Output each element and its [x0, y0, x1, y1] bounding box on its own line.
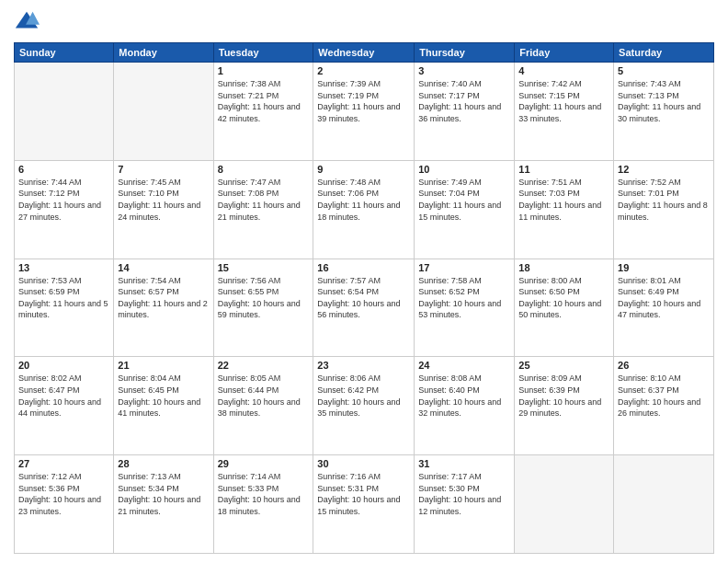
- calendar-cell: 24Sunrise: 8:08 AMSunset: 6:40 PMDayligh…: [415, 357, 515, 455]
- weekday-header-sunday: Sunday: [15, 43, 114, 63]
- calendar-cell: 19Sunrise: 8:01 AMSunset: 6:49 PMDayligh…: [614, 259, 714, 357]
- day-info: Sunrise: 8:04 AMSunset: 6:45 PMDaylight:…: [118, 373, 209, 419]
- calendar-cell: 9Sunrise: 7:48 AMSunset: 7:06 PMDaylight…: [313, 160, 415, 259]
- day-info: Sunrise: 7:12 AMSunset: 5:36 PMDaylight:…: [18, 471, 109, 517]
- day-number: 26: [618, 360, 710, 371]
- day-number: 14: [118, 262, 209, 273]
- calendar-cell: 13Sunrise: 7:53 AMSunset: 6:59 PMDayligh…: [15, 259, 114, 357]
- day-info: Sunrise: 7:16 AMSunset: 5:31 PMDaylight:…: [317, 471, 410, 517]
- day-info: Sunrise: 8:08 AMSunset: 6:40 PMDaylight:…: [418, 373, 510, 419]
- weekday-header-monday: Monday: [114, 43, 213, 63]
- calendar-cell: 30Sunrise: 7:16 AMSunset: 5:31 PMDayligh…: [313, 455, 415, 554]
- day-info: Sunrise: 7:56 AMSunset: 6:55 PMDaylight:…: [218, 275, 310, 321]
- day-number: 30: [317, 458, 410, 469]
- day-info: Sunrise: 7:39 AMSunset: 7:19 PMDaylight:…: [317, 78, 410, 124]
- calendar-cell: [515, 455, 614, 554]
- day-number: 4: [518, 65, 609, 76]
- calendar-cell: 14Sunrise: 7:54 AMSunset: 6:57 PMDayligh…: [114, 259, 213, 357]
- day-info: Sunrise: 8:05 AMSunset: 6:44 PMDaylight:…: [218, 373, 310, 419]
- day-number: 11: [518, 164, 609, 175]
- weekday-header-row: SundayMondayTuesdayWednesdayThursdayFrid…: [15, 43, 714, 63]
- calendar-cell: 8Sunrise: 7:47 AMSunset: 7:08 PMDaylight…: [213, 160, 313, 259]
- day-number: 6: [18, 164, 109, 175]
- weekday-header-thursday: Thursday: [415, 43, 515, 63]
- calendar-cell: [614, 455, 714, 554]
- calendar-cell: 26Sunrise: 8:10 AMSunset: 6:37 PMDayligh…: [614, 357, 714, 455]
- day-number: 15: [218, 262, 310, 273]
- day-info: Sunrise: 7:48 AMSunset: 7:06 PMDaylight:…: [317, 177, 410, 223]
- calendar-cell: 4Sunrise: 7:42 AMSunset: 7:15 PMDaylight…: [515, 63, 614, 161]
- day-info: Sunrise: 7:17 AMSunset: 5:30 PMDaylight:…: [418, 471, 510, 517]
- logo-icon: [14, 9, 40, 35]
- day-info: Sunrise: 7:57 AMSunset: 6:54 PMDaylight:…: [317, 275, 410, 321]
- calendar-cell: 20Sunrise: 8:02 AMSunset: 6:47 PMDayligh…: [15, 357, 114, 455]
- calendar-cell: 17Sunrise: 7:58 AMSunset: 6:52 PMDayligh…: [415, 259, 515, 357]
- week-row-5: 27Sunrise: 7:12 AMSunset: 5:36 PMDayligh…: [15, 455, 714, 554]
- day-number: 5: [618, 65, 710, 76]
- day-info: Sunrise: 7:47 AMSunset: 7:08 PMDaylight:…: [218, 177, 310, 223]
- day-info: Sunrise: 8:10 AMSunset: 6:37 PMDaylight:…: [618, 373, 710, 419]
- day-info: Sunrise: 7:54 AMSunset: 6:57 PMDaylight:…: [118, 275, 209, 321]
- day-info: Sunrise: 8:00 AMSunset: 6:50 PMDaylight:…: [518, 275, 609, 321]
- week-row-2: 6Sunrise: 7:44 AMSunset: 7:12 PMDaylight…: [15, 160, 714, 259]
- calendar-cell: 5Sunrise: 7:43 AMSunset: 7:13 PMDaylight…: [614, 63, 714, 161]
- calendar-cell: 12Sunrise: 7:52 AMSunset: 7:01 PMDayligh…: [614, 160, 714, 259]
- day-info: Sunrise: 7:49 AMSunset: 7:04 PMDaylight:…: [418, 177, 510, 223]
- day-info: Sunrise: 7:52 AMSunset: 7:01 PMDaylight:…: [618, 177, 710, 223]
- day-number: 10: [418, 164, 510, 175]
- calendar-cell: 18Sunrise: 8:00 AMSunset: 6:50 PMDayligh…: [515, 259, 614, 357]
- day-number: 8: [218, 164, 310, 175]
- calendar-cell: 15Sunrise: 7:56 AMSunset: 6:55 PMDayligh…: [213, 259, 313, 357]
- calendar-cell: 22Sunrise: 8:05 AMSunset: 6:44 PMDayligh…: [213, 357, 313, 455]
- header: [14, 9, 714, 35]
- day-number: 13: [18, 262, 109, 273]
- calendar-cell: 2Sunrise: 7:39 AMSunset: 7:19 PMDaylight…: [313, 63, 415, 161]
- day-number: 17: [418, 262, 510, 273]
- day-info: Sunrise: 7:58 AMSunset: 6:52 PMDaylight:…: [418, 275, 510, 321]
- calendar-cell: 28Sunrise: 7:13 AMSunset: 5:34 PMDayligh…: [114, 455, 213, 554]
- day-number: 29: [218, 458, 310, 469]
- day-number: 25: [518, 360, 609, 371]
- weekday-header-friday: Friday: [515, 43, 614, 63]
- week-row-3: 13Sunrise: 7:53 AMSunset: 6:59 PMDayligh…: [15, 259, 714, 357]
- day-number: 24: [418, 360, 510, 371]
- calendar-cell: [15, 63, 114, 161]
- calendar-cell: [114, 63, 213, 161]
- day-number: 18: [518, 262, 609, 273]
- calendar-cell: 16Sunrise: 7:57 AMSunset: 6:54 PMDayligh…: [313, 259, 415, 357]
- day-info: Sunrise: 7:40 AMSunset: 7:17 PMDaylight:…: [418, 78, 510, 124]
- calendar-cell: 23Sunrise: 8:06 AMSunset: 6:42 PMDayligh…: [313, 357, 415, 455]
- calendar-cell: 3Sunrise: 7:40 AMSunset: 7:17 PMDaylight…: [415, 63, 515, 161]
- weekday-header-tuesday: Tuesday: [213, 43, 313, 63]
- week-row-4: 20Sunrise: 8:02 AMSunset: 6:47 PMDayligh…: [15, 357, 714, 455]
- calendar-cell: 10Sunrise: 7:49 AMSunset: 7:04 PMDayligh…: [415, 160, 515, 259]
- calendar-cell: 6Sunrise: 7:44 AMSunset: 7:12 PMDaylight…: [15, 160, 114, 259]
- day-number: 2: [317, 65, 410, 76]
- day-number: 21: [118, 360, 209, 371]
- day-info: Sunrise: 8:09 AMSunset: 6:39 PMDaylight:…: [518, 373, 609, 419]
- day-number: 9: [317, 164, 410, 175]
- calendar-cell: 11Sunrise: 7:51 AMSunset: 7:03 PMDayligh…: [515, 160, 614, 259]
- day-info: Sunrise: 8:01 AMSunset: 6:49 PMDaylight:…: [618, 275, 710, 321]
- day-info: Sunrise: 7:43 AMSunset: 7:13 PMDaylight:…: [618, 78, 710, 124]
- page: SundayMondayTuesdayWednesdayThursdayFrid…: [0, 0, 728, 563]
- calendar-table: SundayMondayTuesdayWednesdayThursdayFrid…: [14, 42, 714, 554]
- day-number: 31: [418, 458, 510, 469]
- day-info: Sunrise: 7:51 AMSunset: 7:03 PMDaylight:…: [518, 177, 609, 223]
- day-number: 22: [218, 360, 310, 371]
- day-info: Sunrise: 7:38 AMSunset: 7:21 PMDaylight:…: [218, 78, 310, 124]
- day-number: 20: [18, 360, 109, 371]
- day-info: Sunrise: 7:14 AMSunset: 5:33 PMDaylight:…: [218, 471, 310, 517]
- day-number: 7: [118, 164, 209, 175]
- day-number: 19: [618, 262, 710, 273]
- calendar-cell: 29Sunrise: 7:14 AMSunset: 5:33 PMDayligh…: [213, 455, 313, 554]
- calendar-cell: 21Sunrise: 8:04 AMSunset: 6:45 PMDayligh…: [114, 357, 213, 455]
- day-info: Sunrise: 7:42 AMSunset: 7:15 PMDaylight:…: [518, 78, 609, 124]
- day-info: Sunrise: 8:02 AMSunset: 6:47 PMDaylight:…: [18, 373, 109, 419]
- weekday-header-wednesday: Wednesday: [313, 43, 415, 63]
- calendar-cell: 7Sunrise: 7:45 AMSunset: 7:10 PMDaylight…: [114, 160, 213, 259]
- day-info: Sunrise: 8:06 AMSunset: 6:42 PMDaylight:…: [317, 373, 410, 419]
- day-number: 1: [218, 65, 310, 76]
- logo: [14, 9, 43, 35]
- calendar-cell: 27Sunrise: 7:12 AMSunset: 5:36 PMDayligh…: [15, 455, 114, 554]
